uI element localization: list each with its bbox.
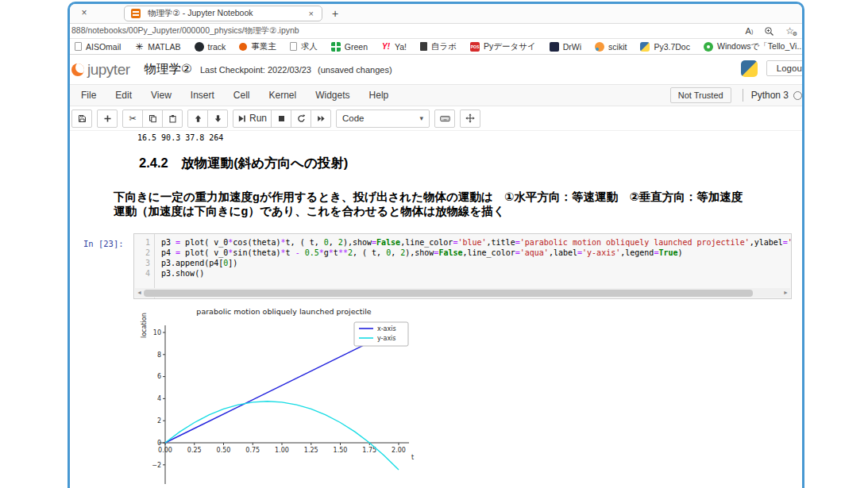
page-favicon-icon	[75, 42, 82, 51]
code-line: p3.show()	[161, 268, 791, 279]
green-circle-favicon-icon	[704, 42, 713, 52]
bookmark-item[interactable]: POSPyデータサイ	[470, 41, 536, 52]
address-bar-actions: A) ☆⚙	[746, 25, 799, 37]
bookmark-item[interactable]: DrWi	[550, 42, 581, 52]
arrow-up-icon	[194, 114, 203, 123]
notebook-content: 16.5 90.3 37.8 264 2.4.2 放物運動(斜め方向への投射) …	[70, 131, 802, 488]
line-number: 1	[134, 237, 154, 248]
keyboard-button[interactable]	[434, 110, 455, 128]
svg-text:10: 10	[153, 329, 161, 336]
move-cell-down-button[interactable]	[207, 110, 228, 128]
logout-button[interactable]: Logout	[766, 60, 804, 76]
move-icon-button[interactable]	[460, 110, 480, 128]
bookmark-item[interactable]: 自ラボ	[420, 41, 457, 52]
interrupt-kernel-button[interactable]	[271, 110, 291, 128]
asterisk-favicon-icon: ✳	[134, 42, 144, 52]
run-button[interactable]: Run	[233, 110, 272, 128]
menu-edit[interactable]: Edit	[106, 90, 141, 101]
menu-view[interactable]: View	[141, 90, 181, 101]
jupyter-header: jupyter 物理学② Last Checkpoint: 2022/03/23…	[70, 55, 802, 84]
bookmark-label: 求人	[301, 41, 318, 52]
url-text[interactable]: 888/notebooks/00Py_Jupyter/000000_physic…	[71, 25, 299, 37]
kernel-name: Python 3	[751, 90, 789, 101]
paste-cells-button[interactable]	[162, 110, 183, 128]
github-favicon-icon	[195, 42, 204, 52]
bookmark-item[interactable]: 事業主	[239, 41, 276, 52]
scissors-icon: ✂	[129, 113, 136, 124]
tab-close-icon[interactable]: ×	[307, 9, 315, 18]
jupyter-logo-icon	[71, 63, 84, 76]
new-tab-button[interactable]: +	[332, 8, 338, 19]
code-line: p3.append(p4[0])	[161, 258, 791, 268]
jupyter-logo[interactable]: jupyter	[71, 61, 130, 79]
favorites-icon[interactable]: ☆⚙	[785, 25, 794, 37]
tab-bar-close-icon[interactable]: ×	[78, 7, 91, 20]
green-grid-favicon-icon	[331, 42, 341, 52]
svg-text:0.00: 0.00	[158, 447, 172, 454]
code-editor[interactable]: 1234 p3 = plot( v_0*cos(theta)*t, ( t, 0…	[133, 233, 792, 299]
notebook-title[interactable]: 物理学②	[145, 61, 192, 78]
bookmark-item[interactable]: AISOmail	[75, 42, 121, 52]
horizontal-scrollbar[interactable]: ◄ ►	[135, 288, 790, 298]
line-number: 4	[134, 268, 154, 279]
bookmark-item[interactable]: ✳MATLAB	[134, 42, 180, 52]
scroll-left-icon[interactable]: ◄	[135, 288, 144, 298]
svg-text:6: 6	[157, 373, 161, 380]
arrow-down-icon	[214, 114, 222, 123]
tab-bar: × 物理学② - Jupyter Notebook × +	[70, 4, 802, 23]
menu-insert[interactable]: Insert	[181, 90, 224, 101]
menu-file[interactable]: File	[71, 90, 106, 101]
stop-icon	[277, 114, 286, 123]
cut-cells-button[interactable]: ✂	[122, 110, 143, 128]
menu-kernel[interactable]: Kernel	[260, 90, 307, 101]
bookmark-item[interactable]: Y!Ya!	[381, 42, 407, 52]
save-button[interactable]	[71, 110, 92, 128]
dark-note-favicon-icon	[420, 42, 427, 51]
address-bar: 888/notebooks/00Py_Jupyter/000000_physic…	[70, 23, 802, 39]
browser-tab[interactable]: 物理学② - Jupyter Notebook ×	[124, 6, 322, 21]
bookmarks-bar: AISOmail✳MATLABtrack事業主求人GreenY!Ya!自ラボPO…	[70, 39, 802, 55]
bookmark-item[interactable]: Windowsで「Tello_Vi...	[704, 41, 802, 52]
move-cell-up-button[interactable]	[187, 110, 208, 128]
bookmark-label: scikit	[608, 42, 627, 52]
bookmark-item[interactable]: Py3.7Doc	[640, 42, 690, 52]
markdown-heading: 2.4.2 放物運動(斜め方向への投射)	[139, 155, 348, 172]
notebook-favicon-icon	[131, 9, 141, 18]
bookmark-label: AISOmail	[86, 42, 121, 52]
scikit-favicon-icon	[595, 42, 604, 52]
menu-help[interactable]: Help	[360, 90, 399, 101]
output-plot: 0.000.250.500.751.001.251.501.752.00−202…	[135, 302, 437, 488]
move-icon	[465, 113, 475, 123]
svg-text:t: t	[411, 454, 414, 461]
bookmark-item[interactable]: scikit	[595, 42, 627, 52]
bookmark-item[interactable]: Green	[331, 42, 368, 52]
cell-type-select[interactable]: Code ▾	[336, 110, 430, 128]
jupyter-logo-text: jupyter	[87, 61, 130, 79]
markdown-paragraph: 下向きに一定の重力加速度gが作用するとき、投げ出された物体の運動は ①水平方向：…	[114, 190, 804, 218]
svg-text:1.25: 1.25	[304, 447, 318, 454]
menu-widgets[interactable]: Widgets	[306, 90, 359, 101]
line-number: 2	[134, 248, 154, 258]
bookmark-item[interactable]: 求人	[290, 41, 318, 52]
zoom-icon[interactable]	[764, 26, 774, 37]
scrollbar-thumb[interactable]	[144, 290, 753, 297]
menu-cell[interactable]: Cell	[224, 90, 260, 101]
divider	[743, 89, 743, 102]
dark-navy-favicon-icon	[550, 42, 559, 52]
toolbar: ✂ Run Code ▾	[70, 106, 802, 131]
bookmark-item[interactable]: track	[195, 42, 226, 52]
copy-cells-button[interactable]	[142, 110, 163, 128]
cell-prompt: In [23]:	[83, 239, 124, 248]
markdown-paragraph-line: 運動（加速度は下向きにg）であり、これを合わせると物体は放物線を描く	[114, 204, 804, 218]
kernel-idle-icon	[793, 91, 802, 100]
restart-run-all-button[interactable]	[311, 110, 331, 128]
read-aloud-icon[interactable]: A)	[746, 26, 754, 36]
add-cell-button[interactable]	[97, 110, 118, 128]
code-lines[interactable]: p3 = plot( v_0*cos(theta)*t, ( t, 0, 2),…	[161, 237, 791, 279]
not-trusted-button[interactable]: Not Trusted	[670, 87, 731, 103]
scroll-right-icon[interactable]: ►	[781, 288, 790, 298]
restart-kernel-button[interactable]	[291, 110, 311, 128]
svg-text:0: 0	[157, 440, 161, 447]
code-line: p3 = plot( v_0*cos(theta)*t, ( t, 0, 2),…	[161, 237, 791, 248]
tab-title: 物理学② - Jupyter Notebook	[148, 8, 300, 19]
